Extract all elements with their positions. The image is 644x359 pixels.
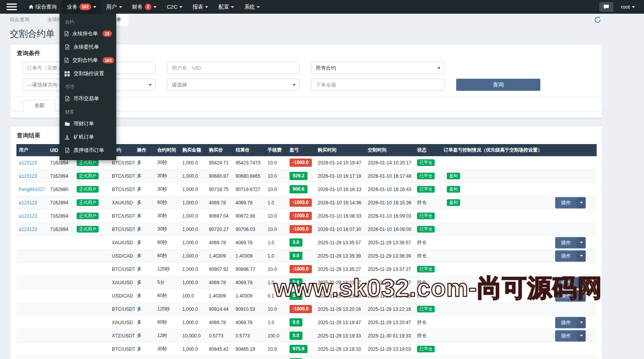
menu-item-spot-trades[interactable]: 币币交易单 bbox=[59, 92, 116, 105]
uid-cell bbox=[48, 343, 74, 356]
action-dropdown-toggle[interactable] bbox=[577, 237, 586, 248]
buy-time-cell: 2026-01-10 16:16:13 bbox=[315, 183, 365, 196]
pnl-badge: -1000.0 bbox=[290, 305, 312, 313]
table-row: XAU/USD多60秒1,000.04069.784069.781.00.020… bbox=[16, 236, 597, 249]
user-link[interactable]: a123123 bbox=[19, 160, 37, 166]
action-button[interactable]: 操作 bbox=[555, 250, 577, 262]
user-link[interactable]: a123123 bbox=[19, 213, 37, 219]
action-button[interactable]: 操作 bbox=[555, 317, 577, 328]
fee-cell: 100.0 bbox=[265, 329, 287, 343]
settle-price-cell: 90896.77 bbox=[233, 263, 265, 276]
buy-price-cell: 1.40309 bbox=[207, 249, 233, 263]
username-uid-input[interactable] bbox=[167, 62, 300, 74]
status-cell: 持仓 bbox=[415, 236, 441, 249]
menu-item-label: 质押借币订单 bbox=[74, 147, 104, 154]
user-link[interactable]: Feng941027 bbox=[19, 187, 45, 192]
navbar-menu: 综合查询业务182用户财务2C2C报表配置系统 bbox=[23, 0, 265, 14]
settle-price-cell: 95423.7473 bbox=[233, 156, 265, 170]
status-badge: 已平仓 bbox=[417, 173, 435, 180]
action-button[interactable]: 操作 bbox=[555, 237, 577, 248]
pair-cell: BTC/USDT bbox=[110, 223, 135, 236]
user-cell bbox=[16, 249, 48, 263]
search-button[interactable]: 查询 bbox=[456, 79, 540, 91]
user-cell bbox=[16, 303, 48, 316]
caret-down-icon bbox=[580, 322, 583, 323]
action-dropdown-toggle[interactable] bbox=[577, 330, 586, 341]
uid-cell bbox=[48, 356, 74, 359]
status-cell: 已平仓 bbox=[415, 170, 441, 183]
user-cell: a123123 bbox=[16, 156, 48, 170]
control-cell bbox=[441, 223, 597, 236]
action-dropdown-toggle[interactable] bbox=[577, 250, 586, 262]
tab-all[interactable]: 全部 bbox=[23, 100, 56, 112]
home-icon bbox=[29, 4, 34, 9]
pnl-cell: 0.0 bbox=[287, 356, 315, 359]
user-menu[interactable]: root bbox=[616, 4, 640, 10]
menu-item-delivery-contracts[interactable]: 交割合约单163 bbox=[59, 54, 116, 67]
menu-item-pledge-loan-orders[interactable]: 质押借币订单 bbox=[59, 144, 116, 157]
action-dropdown-toggle[interactable] bbox=[577, 197, 586, 208]
period-cell: 5分 bbox=[155, 276, 180, 289]
nav-item-c2c[interactable]: C2C bbox=[162, 0, 187, 14]
file-icon bbox=[64, 44, 70, 50]
contract-select-value: 所有合约 bbox=[316, 65, 336, 72]
hamburger-menu-button[interactable] bbox=[0, 0, 23, 14]
column-header: 交割时间 bbox=[365, 144, 415, 156]
caret-down-icon bbox=[179, 6, 182, 8]
settle-time-cell: 2025-11-30 01:19:33 bbox=[365, 329, 415, 343]
caret-down-icon bbox=[580, 242, 583, 244]
nav-item-general-query[interactable]: 综合查询 bbox=[23, 0, 62, 14]
menu-section-title: 合约 bbox=[59, 15, 116, 27]
nav-item-business[interactable]: 业务182 bbox=[62, 0, 101, 14]
action-dropdown-toggle[interactable] bbox=[577, 317, 586, 328]
chat-button[interactable] bbox=[599, 2, 613, 12]
user-type-cell: 正式用户 bbox=[74, 183, 110, 196]
uid-cell: 7162894 bbox=[48, 223, 74, 236]
nav-item-reports[interactable]: 报表 bbox=[187, 0, 213, 14]
column-header: 购买金额 bbox=[180, 144, 207, 156]
file-icon bbox=[64, 58, 69, 63]
nav-item-label: 用户 bbox=[106, 4, 117, 11]
pair-cell: XAU/USD bbox=[110, 196, 135, 209]
menu-item-delivery-risk-settings[interactable]: 交割场控设置 bbox=[59, 67, 116, 80]
tab-general-query[interactable]: 综合查询 bbox=[10, 16, 29, 23]
order-amount-input[interactable] bbox=[311, 79, 444, 91]
nav-item-config[interactable]: 配置 bbox=[213, 0, 239, 14]
caret-down-icon bbox=[153, 6, 157, 8]
user-link[interactable]: a123123 bbox=[19, 227, 37, 232]
nav-item-system[interactable]: 系统 bbox=[239, 0, 265, 14]
action-button[interactable]: 操作 bbox=[555, 197, 577, 208]
status-badge: 已平仓 bbox=[417, 346, 435, 353]
settle-time-cell: 2026-01-10 16:15:36 bbox=[365, 196, 415, 209]
user-link[interactable]: a123123 bbox=[19, 173, 37, 179]
table-row: a1231237162894正式用户XAU/USD多60秒1,000.04069… bbox=[16, 196, 597, 209]
menu-item-perpetual-orders[interactable]: 永续委托单 bbox=[59, 40, 116, 54]
contract-select[interactable]: 所有合约 bbox=[311, 62, 444, 74]
user-link[interactable]: a123123 bbox=[19, 200, 37, 206]
status-cell: 已平仓 bbox=[415, 223, 441, 236]
menu-item-perpetual-positions[interactable]: 永续持仓单19 bbox=[59, 27, 116, 40]
amount-cell: 1,000.0 bbox=[180, 236, 207, 249]
status-select[interactable]: 请选择 bbox=[167, 79, 300, 91]
refresh-icon bbox=[594, 16, 601, 23]
amount-cell: 1,000.0 bbox=[180, 276, 207, 289]
nav-item-label: 财务 bbox=[132, 4, 143, 11]
action-button[interactable]: 操作 bbox=[555, 330, 577, 341]
fee-cell: 1.0 bbox=[265, 316, 287, 329]
pnl-cell: -1000.0 bbox=[287, 223, 315, 236]
column-header: 用户 bbox=[16, 144, 48, 156]
user-type-badge: 正式用户 bbox=[77, 186, 99, 193]
menu-section-title: 币币 bbox=[59, 80, 116, 92]
control-cell bbox=[441, 356, 597, 359]
menu-item-miner-orders[interactable]: 矿机订单 bbox=[59, 130, 116, 144]
pair-cell: BTC/USDT bbox=[110, 343, 135, 356]
status-badge: 已平仓 bbox=[417, 306, 435, 313]
direction-cell: 多 bbox=[135, 196, 155, 209]
refresh-button[interactable] bbox=[594, 16, 603, 23]
nav-item-finance[interactable]: 财务2 bbox=[127, 0, 162, 14]
menu-item-wealth-orders[interactable]: 理财订单 bbox=[59, 117, 116, 130]
fee-cell: 1.0 bbox=[265, 236, 287, 249]
status-cell bbox=[415, 356, 441, 359]
menu-item-label: 永续委托单 bbox=[74, 43, 99, 51]
nav-item-users[interactable]: 用户 bbox=[101, 0, 127, 14]
